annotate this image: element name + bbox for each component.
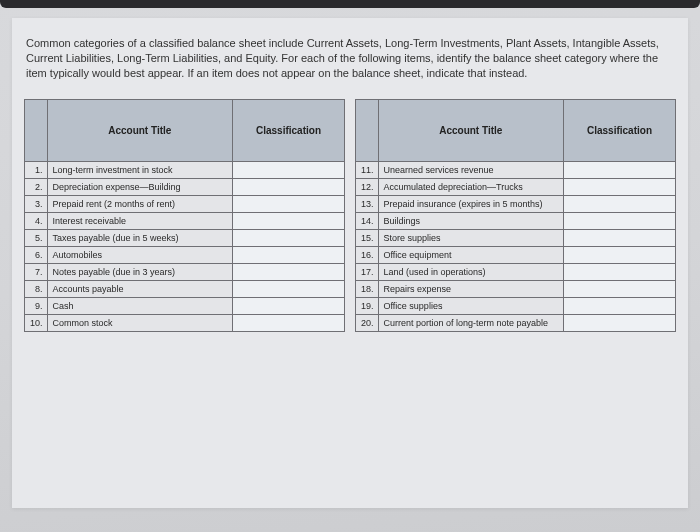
row-num: 19. (356, 297, 379, 314)
tables-container: Account Title Classification 1.Long-term… (24, 99, 676, 332)
classification-cell[interactable] (564, 297, 676, 314)
left-account-title-header: Account Title (47, 99, 232, 161)
row-num: 15. (356, 229, 379, 246)
row-title: Taxes payable (due in 5 weeks) (47, 229, 232, 246)
table-row: 8.Accounts payable (25, 280, 345, 297)
row-num: 5. (25, 229, 48, 246)
row-title: Interest receivable (47, 212, 232, 229)
table-row: 17.Land (used in operations) (356, 263, 676, 280)
classification-cell[interactable] (233, 212, 345, 229)
right-classification-header: Classification (564, 99, 676, 161)
row-title: Office supplies (378, 297, 563, 314)
row-num: 14. (356, 212, 379, 229)
row-num: 4. (25, 212, 48, 229)
row-title: Prepaid insurance (expires in 5 months) (378, 195, 563, 212)
row-title: Accumulated depreciation—Trucks (378, 178, 563, 195)
row-num: 9. (25, 297, 48, 314)
table-row: 2.Depreciation expense—Building (25, 178, 345, 195)
row-title: Long-term investment in stock (47, 161, 232, 178)
left-num-header (25, 99, 48, 161)
classification-cell[interactable] (233, 161, 345, 178)
classification-cell[interactable] (233, 178, 345, 195)
instructions-text: Common categories of a classified balanc… (24, 36, 676, 81)
table-row: 5.Taxes payable (due in 5 weeks) (25, 229, 345, 246)
row-num: 7. (25, 263, 48, 280)
row-title: Office equipment (378, 246, 563, 263)
right-num-header (356, 99, 379, 161)
table-row: 10.Common stock (25, 314, 345, 331)
row-title: Repairs expense (378, 280, 563, 297)
left-header-row: Account Title Classification (25, 99, 345, 161)
row-num: 3. (25, 195, 48, 212)
classification-cell[interactable] (564, 280, 676, 297)
table-row: 11.Unearned services revenue (356, 161, 676, 178)
classification-cell[interactable] (233, 263, 345, 280)
classification-cell[interactable] (564, 161, 676, 178)
classification-cell[interactable] (564, 178, 676, 195)
row-title: Store supplies (378, 229, 563, 246)
right-account-title-header: Account Title (378, 99, 563, 161)
table-row: 16.Office equipment (356, 246, 676, 263)
classification-cell[interactable] (233, 280, 345, 297)
row-num: 13. (356, 195, 379, 212)
row-num: 8. (25, 280, 48, 297)
classification-cell[interactable] (233, 246, 345, 263)
right-table: Account Title Classification 11.Unearned… (355, 99, 676, 332)
row-title: Current portion of long-term note payabl… (378, 314, 563, 331)
row-num: 17. (356, 263, 379, 280)
classification-cell[interactable] (233, 297, 345, 314)
row-num: 10. (25, 314, 48, 331)
classification-cell[interactable] (233, 314, 345, 331)
classification-cell[interactable] (564, 195, 676, 212)
right-table-wrap: Account Title Classification 11.Unearned… (355, 99, 676, 332)
row-title: Accounts payable (47, 280, 232, 297)
table-row: 19.Office supplies (356, 297, 676, 314)
table-row: 15.Store supplies (356, 229, 676, 246)
right-table-body: 11.Unearned services revenue 12.Accumula… (356, 161, 676, 331)
table-row: 9.Cash (25, 297, 345, 314)
left-classification-header: Classification (233, 99, 345, 161)
left-table-body: 1.Long-term investment in stock 2.Deprec… (25, 161, 345, 331)
row-title: Land (used in operations) (378, 263, 563, 280)
left-table-wrap: Account Title Classification 1.Long-term… (24, 99, 345, 332)
table-row: 13.Prepaid insurance (expires in 5 month… (356, 195, 676, 212)
row-title: Cash (47, 297, 232, 314)
left-table: Account Title Classification 1.Long-term… (24, 99, 345, 332)
table-row: 4.Interest receivable (25, 212, 345, 229)
table-row: 7.Notes payable (due in 3 years) (25, 263, 345, 280)
row-num: 6. (25, 246, 48, 263)
classification-cell[interactable] (233, 229, 345, 246)
row-title: Notes payable (due in 3 years) (47, 263, 232, 280)
row-num: 12. (356, 178, 379, 195)
row-num: 2. (25, 178, 48, 195)
row-num: 1. (25, 161, 48, 178)
classification-cell[interactable] (564, 263, 676, 280)
right-header-row: Account Title Classification (356, 99, 676, 161)
row-title: Buildings (378, 212, 563, 229)
row-num: 20. (356, 314, 379, 331)
table-row: 18.Repairs expense (356, 280, 676, 297)
row-title: Prepaid rent (2 months of rent) (47, 195, 232, 212)
classification-cell[interactable] (564, 246, 676, 263)
table-row: 20.Current portion of long-term note pay… (356, 314, 676, 331)
row-title: Automobiles (47, 246, 232, 263)
classification-cell[interactable] (564, 229, 676, 246)
row-title: Common stock (47, 314, 232, 331)
table-row: 1.Long-term investment in stock (25, 161, 345, 178)
worksheet-page: Common categories of a classified balanc… (12, 18, 688, 508)
row-num: 11. (356, 161, 379, 178)
row-title: Depreciation expense—Building (47, 178, 232, 195)
table-row: 6.Automobiles (25, 246, 345, 263)
classification-cell[interactable] (564, 212, 676, 229)
table-row: 12.Accumulated depreciation—Trucks (356, 178, 676, 195)
row-num: 16. (356, 246, 379, 263)
classification-cell[interactable] (233, 195, 345, 212)
table-row: 14.Buildings (356, 212, 676, 229)
table-row: 3.Prepaid rent (2 months of rent) (25, 195, 345, 212)
row-num: 18. (356, 280, 379, 297)
classification-cell[interactable] (564, 314, 676, 331)
row-title: Unearned services revenue (378, 161, 563, 178)
